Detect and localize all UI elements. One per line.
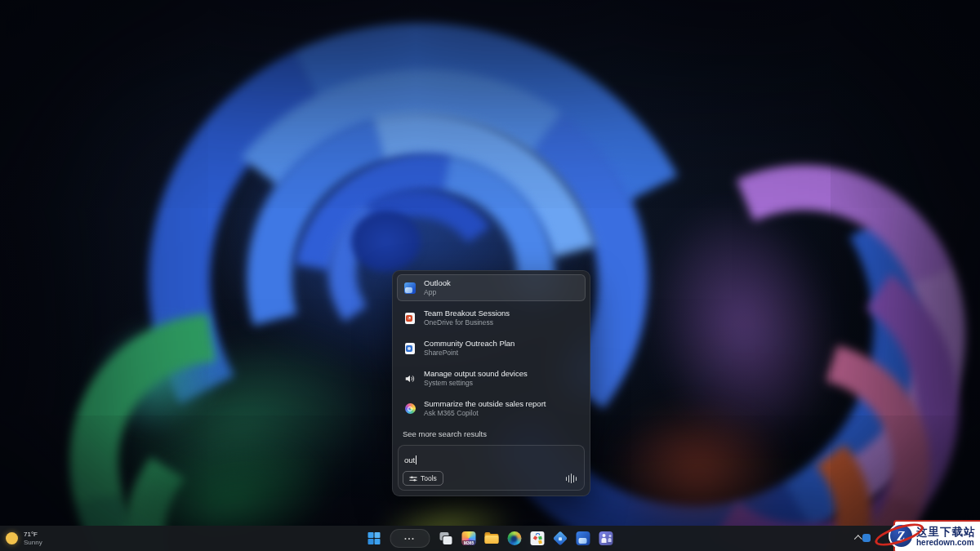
weather-temperature: 71°F — [24, 531, 42, 539]
store-icon — [535, 533, 540, 535]
result-subtitle: OneDrive for Business — [424, 318, 510, 327]
teams-icon — [603, 534, 606, 537]
weather-widget[interactable]: 71°F Sunny — [6, 526, 42, 551]
result-title: Outlook — [424, 278, 451, 288]
search-result-team-breakout[interactable]: Team Breakout Sessions OneDrive for Busi… — [397, 304, 586, 331]
result-title: Manage output sound devices — [424, 369, 528, 379]
search-result-community-outreach[interactable]: Community Outreach Plan SharePoint — [397, 335, 586, 362]
search-results-list: Outlook App Team Breakout Sessions OneDr… — [393, 271, 590, 422]
text-caret — [416, 455, 416, 464]
file-explorer-button[interactable] — [485, 531, 499, 545]
result-subtitle: App — [424, 288, 451, 297]
start-button[interactable] — [368, 531, 381, 545]
search-input-box[interactable]: out Tools — [398, 445, 585, 491]
task-view-button[interactable] — [439, 531, 453, 545]
watermark-site-url: heredown.com — [916, 538, 980, 547]
taskbar-center-icons: ••• M365 — [368, 526, 613, 551]
search-query-text: out — [404, 455, 415, 464]
outlook-app-button[interactable] — [577, 531, 590, 545]
search-result-sound-devices[interactable]: Manage output sound devices System setti… — [397, 365, 586, 392]
result-subtitle: Ask M365 Copilot — [424, 409, 546, 418]
watermark-site-name: 这里下载站 — [916, 527, 980, 539]
see-more-search-results-link[interactable]: See more search results — [393, 425, 590, 438]
tools-button[interactable]: Tools — [403, 471, 443, 486]
sunny-weather-icon — [6, 532, 18, 544]
taskbar-search-pill[interactable]: ••• — [390, 529, 430, 548]
sharepoint-file-icon — [403, 342, 416, 355]
chevron-up-icon — [853, 535, 862, 543]
result-title: Summarize the outside sales report — [424, 399, 546, 409]
result-subtitle: System settings — [424, 379, 528, 388]
copilot-icon — [403, 402, 416, 415]
blue-gem-icon — [553, 531, 568, 545]
search-result-outlook[interactable]: Outlook App — [397, 274, 586, 301]
heredown-watermark: 这里下载站 heredown.com Z — [872, 517, 980, 551]
powerpoint-file-icon — [403, 312, 416, 325]
m365-copilot-icon: M365 — [462, 540, 476, 545]
search-flyout-panel: Outlook App Team Breakout Sessions OneDr… — [392, 270, 590, 496]
bloom-flower-core — [351, 211, 421, 272]
weather-condition: Sunny — [24, 539, 42, 547]
search-result-copilot-summarize[interactable]: Summarize the outside sales report Ask M… — [397, 395, 586, 422]
voice-input-icon[interactable] — [566, 473, 577, 484]
search-pill-dots: ••• — [404, 535, 415, 541]
sliders-icon — [409, 475, 417, 482]
tools-button-label: Tools — [421, 474, 437, 482]
desktop-screen: Outlook App Team Breakout Sessions OneDr… — [0, 0, 980, 551]
tray-app-icon-partial[interactable] — [862, 534, 871, 542]
teams-app-button[interactable] — [599, 531, 613, 545]
result-title: Community Outreach Plan — [424, 339, 514, 349]
result-subtitle: SharePoint — [424, 349, 514, 358]
speaker-icon — [403, 372, 416, 385]
result-title: Team Breakout Sessions — [424, 309, 510, 318]
search-input[interactable]: out — [404, 455, 416, 464]
windows-logo-icon — [368, 531, 381, 545]
m365-copilot-app-button[interactable]: M365 — [462, 531, 476, 545]
taskbar: 71°F Sunny ••• M365 — [0, 526, 980, 551]
outlook-app-icon — [403, 282, 416, 295]
edge-browser-button[interactable] — [508, 531, 522, 545]
copilot-gem-app-button[interactable] — [554, 531, 568, 545]
microsoft-store-button[interactable] — [531, 531, 545, 545]
